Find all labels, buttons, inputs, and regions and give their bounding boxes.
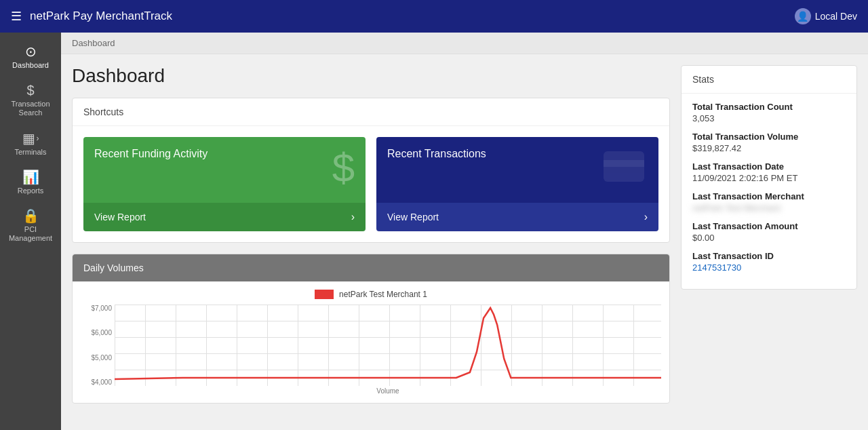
sidebar-item-pci[interactable]: 🔒 PCI Management bbox=[0, 202, 61, 250]
y-label-4000: $4,000 bbox=[81, 378, 112, 386]
legend-label: netPark Test Merchant 1 bbox=[339, 290, 427, 299]
sidebar-label-terminals: Terminals bbox=[14, 148, 46, 157]
y-label-6000: $6,000 bbox=[81, 329, 112, 336]
user-label: Local Dev bbox=[815, 11, 857, 22]
y-axis-labels: $7,000 $6,000 $5,000 $4,000 bbox=[81, 305, 115, 386]
terminals-expand-icon: › bbox=[37, 134, 39, 143]
transactions-chevron-icon: › bbox=[644, 211, 648, 223]
transactions-view-report-label: View Report bbox=[387, 212, 439, 222]
sidebar-label-reports: Reports bbox=[18, 187, 44, 195]
header-left: ☰ netPark Pay MerchantTrack bbox=[11, 9, 172, 24]
breadcrumb: Dashboard bbox=[61, 33, 868, 54]
legend-color-swatch bbox=[315, 290, 334, 299]
funding-card-title: Recent Funding Activity bbox=[94, 148, 208, 160]
chart-body bbox=[115, 305, 661, 386]
stat-value-last-tx-merchant: netPark Test Merchant bbox=[692, 203, 846, 213]
sidebar-item-transaction-search[interactable]: $ Transaction Search bbox=[0, 77, 61, 124]
sidebar-item-terminals[interactable]: ▦ › Terminals bbox=[0, 125, 61, 163]
pci-icon: 🔒 bbox=[22, 209, 39, 222]
transactions-card-title: Recent Transactions bbox=[387, 148, 486, 160]
stat-label-total-tx-count: Total Transaction Count bbox=[692, 102, 846, 112]
stat-value-total-tx-count: 3,053 bbox=[692, 113, 846, 123]
dollar-icon: $ bbox=[26, 83, 34, 97]
menu-icon[interactable]: ☰ bbox=[11, 9, 22, 24]
stat-value-total-tx-volume: $319,827.42 bbox=[692, 143, 846, 153]
chart-line-svg bbox=[115, 305, 661, 386]
stat-last-tx-date: Last Transaction Date 11/09/2021 2:02:16… bbox=[692, 161, 846, 183]
reports-icon: 📊 bbox=[22, 170, 39, 184]
stat-last-tx-merchant: Last Transaction Merchant netPark Test M… bbox=[692, 191, 846, 213]
stat-total-tx-count: Total Transaction Count 3,053 bbox=[692, 102, 846, 123]
chart-legend: netPark Test Merchant 1 bbox=[81, 290, 661, 299]
shortcuts-header: Shortcuts bbox=[73, 98, 669, 126]
dashboard-icon: ⊙ bbox=[25, 45, 37, 58]
chart-container: $7,000 $6,000 $5,000 $4,000 bbox=[81, 305, 661, 386]
funding-view-report-label: View Report bbox=[94, 212, 146, 222]
sidebar-label-transaction-search: Transaction Search bbox=[3, 100, 58, 117]
funding-chevron-icon: › bbox=[351, 211, 355, 223]
stats-panel: Stats Total Transaction Count 3,053 Tota… bbox=[681, 65, 857, 290]
funding-card-top: Recent Funding Activity $ bbox=[83, 137, 366, 203]
funding-view-report[interactable]: View Report › bbox=[83, 203, 366, 231]
stats-body: Total Transaction Count 3,053 Total Tran… bbox=[682, 94, 856, 289]
chart-area: netPark Test Merchant 1 $7,000 $6,000 $5… bbox=[73, 281, 669, 403]
transactions-card-top: Recent Transactions bbox=[376, 137, 658, 203]
stats-header: Stats bbox=[682, 66, 856, 94]
recent-funding-card[interactable]: Recent Funding Activity $ View Report › bbox=[83, 137, 366, 231]
terminals-icon: ▦ bbox=[22, 132, 35, 145]
shortcuts-panel: Shortcuts Recent Funding Activity $ View… bbox=[72, 98, 670, 243]
stat-label-last-tx-id: Last Transaction ID bbox=[692, 251, 846, 261]
shortcuts-grid: Recent Funding Activity $ View Report › bbox=[73, 126, 669, 242]
y-axis-title: Volume bbox=[115, 387, 661, 395]
content-area: Dashboard Dashboard Shortcuts Recent Fun… bbox=[61, 33, 868, 430]
y-label-5000: $5,000 bbox=[81, 354, 112, 361]
sidebar-label-dashboard: Dashboard bbox=[12, 61, 49, 70]
transactions-card-icon bbox=[600, 148, 648, 192]
transactions-view-report[interactable]: View Report › bbox=[376, 203, 658, 231]
top-header: ☰ netPark Pay MerchantTrack 👤 Local Dev bbox=[0, 0, 868, 33]
recent-transactions-card[interactable]: Recent Transactions View Report bbox=[376, 137, 658, 231]
stat-value-last-tx-id[interactable]: 2147531730 bbox=[692, 262, 846, 273]
page-title: Dashboard bbox=[72, 65, 670, 87]
stat-label-last-tx-date: Last Transaction Date bbox=[692, 161, 846, 172]
y-label-7000: $7,000 bbox=[81, 305, 112, 312]
app-title: netPark Pay MerchantTrack bbox=[30, 9, 172, 23]
stat-label-total-tx-volume: Total Transaction Volume bbox=[692, 132, 846, 142]
stat-total-tx-volume: Total Transaction Volume $319,827.42 bbox=[692, 132, 846, 153]
page-content: Dashboard Shortcuts Recent Funding Activ… bbox=[61, 54, 868, 430]
sidebar-label-pci: PCI Management bbox=[3, 225, 58, 243]
left-column: Dashboard Shortcuts Recent Funding Activ… bbox=[72, 65, 670, 419]
stat-label-last-tx-amount: Last Transaction Amount bbox=[692, 221, 846, 231]
stat-last-tx-id: Last Transaction ID 2147531730 bbox=[692, 251, 846, 273]
funding-dollar-icon: $ bbox=[332, 148, 355, 189]
daily-volumes-panel: Daily Volumes netPark Test Merchant 1 $7… bbox=[72, 254, 670, 404]
stat-value-last-tx-date: 11/09/2021 2:02:16 PM ET bbox=[692, 173, 846, 183]
stat-value-last-tx-amount: $0.00 bbox=[692, 233, 846, 243]
user-avatar-icon: 👤 bbox=[795, 8, 811, 24]
sidebar-item-reports[interactable]: 📊 Reports bbox=[0, 163, 61, 202]
terminals-row: ▦ › bbox=[22, 132, 39, 145]
daily-volumes-header: Daily Volumes bbox=[73, 254, 669, 281]
sidebar: ⊙ Dashboard $ Transaction Search ▦ › Ter… bbox=[0, 33, 61, 430]
header-right: 👤 Local Dev bbox=[795, 8, 857, 24]
stat-label-last-tx-merchant: Last Transaction Merchant bbox=[692, 191, 846, 201]
stat-last-tx-amount: Last Transaction Amount $0.00 bbox=[692, 221, 846, 243]
svg-rect-1 bbox=[604, 160, 644, 167]
right-column: Stats Total Transaction Count 3,053 Tota… bbox=[681, 65, 857, 419]
sidebar-item-dashboard[interactable]: ⊙ Dashboard bbox=[0, 38, 61, 77]
main-layout: ⊙ Dashboard $ Transaction Search ▦ › Ter… bbox=[0, 33, 868, 430]
